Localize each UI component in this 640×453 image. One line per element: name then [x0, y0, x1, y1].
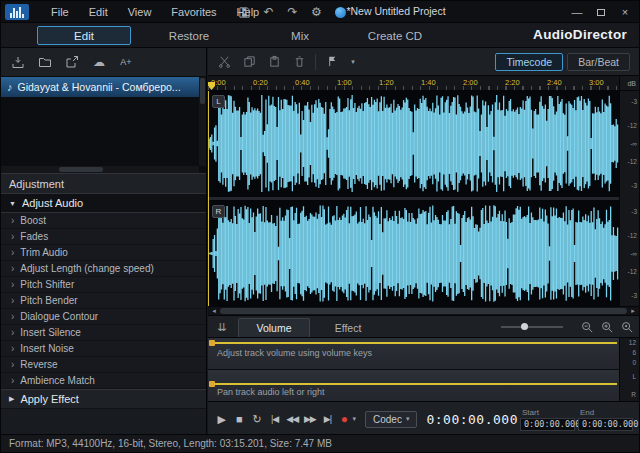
- menu-edit[interactable]: Edit: [79, 3, 118, 21]
- sidebar-item-ambience-match[interactable]: ›Ambience Match: [1, 373, 206, 389]
- cloud-icon[interactable]: ☁: [91, 54, 107, 70]
- sidebar-item-insert-noise[interactable]: ›Insert Noise: [1, 341, 206, 357]
- library-sort-icon[interactable]: A+: [118, 54, 134, 70]
- tab-effect[interactable]: Effect: [312, 318, 384, 337]
- volume-key-line[interactable]: [214, 342, 617, 344]
- adjust-audio-group[interactable]: ▼ Adjust Audio: [1, 193, 206, 213]
- chevron-icon: ›: [11, 215, 14, 226]
- zoom-in-icon[interactable]: [599, 319, 615, 335]
- sidebar-item-trim-audio[interactable]: ›Trim Audio: [1, 245, 206, 261]
- tab-restore[interactable]: Restore: [147, 26, 231, 45]
- export-icon[interactable]: [64, 54, 80, 70]
- sidebar-item-boost[interactable]: ›Boost: [1, 213, 206, 229]
- sidebar-item-fades[interactable]: ›Fades: [1, 229, 206, 245]
- barbeat-button[interactable]: Bar/Beat: [567, 53, 630, 71]
- playhead-marker-icon[interactable]: [208, 82, 215, 90]
- sidebar-item-insert-silence[interactable]: ›Insert Silence: [1, 325, 206, 341]
- media-item-label: Gidayyat & Hovannii - Сомбреро...: [18, 81, 181, 93]
- horizontal-scrollbar[interactable]: ◂ ▸: [208, 306, 639, 316]
- loop-button[interactable]: ↻: [249, 410, 265, 429]
- import-folder-icon[interactable]: [37, 54, 53, 70]
- scroll-right-icon[interactable]: ▸: [627, 307, 639, 315]
- playhead-line[interactable]: [208, 91, 209, 306]
- volume-scale-label: 6: [622, 350, 636, 356]
- waveform-channel-right[interactable]: R: [208, 201, 619, 306]
- end-time-field[interactable]: 0:00:00.000: [578, 418, 633, 431]
- menu-view[interactable]: View: [118, 3, 162, 21]
- app-logo-icon: [5, 4, 29, 20]
- adjustment-items: ›Boost ›Fades ›Trim Audio ›Adjust Length…: [1, 213, 206, 389]
- tab-edit[interactable]: Edit: [37, 26, 131, 45]
- waveform-channel-left[interactable]: L: [208, 91, 619, 196]
- db-scale-label: -∞: [621, 251, 637, 257]
- media-library-list[interactable]: ♪ Gidayyat & Hovannii - Сомбреро...: [1, 77, 206, 173]
- zoom-slider-handle[interactable]: [521, 323, 528, 330]
- item-label: Reverse: [20, 359, 57, 370]
- start-time-field[interactable]: 0:00:00.000: [520, 418, 575, 431]
- tab-volume[interactable]: Volume: [238, 318, 310, 337]
- scrollbar-thumb[interactable]: [220, 308, 627, 314]
- copy-icon[interactable]: [240, 53, 258, 71]
- library-vertical-scrollbar[interactable]: [199, 77, 206, 166]
- settings-gear-icon[interactable]: ⚙: [309, 5, 324, 20]
- sidebar-item-adjust-length[interactable]: ›Adjust Length (change speed): [1, 261, 206, 277]
- chevron-icon: ›: [11, 359, 14, 370]
- pan-key-node[interactable]: [209, 381, 215, 387]
- item-label: Pitch Shifter: [20, 279, 74, 290]
- start-label: Start: [520, 408, 575, 417]
- volume-automation-lane[interactable]: Adjust track volume using volume keys: [208, 338, 619, 369]
- redo-icon[interactable]: ↷: [285, 5, 300, 20]
- marker-icon[interactable]: [323, 53, 341, 71]
- ruler-tick: 3:00: [589, 78, 604, 87]
- go-to-end-button[interactable]: ▶|: [320, 410, 336, 429]
- scroll-left-icon[interactable]: ◂: [208, 307, 220, 315]
- stop-button[interactable]: ■: [232, 410, 248, 429]
- paste-icon[interactable]: [265, 53, 283, 71]
- rewind-button[interactable]: ◀◀: [284, 410, 300, 429]
- pan-automation-lane[interactable]: Pan track audio left or right: [208, 370, 619, 401]
- automation-lanes: Adjust track volume using volume keys Pa…: [208, 338, 619, 401]
- zoom-fit-icon[interactable]: [619, 319, 635, 335]
- razor-icon[interactable]: [215, 53, 233, 71]
- zoom-slider[interactable]: [501, 326, 563, 328]
- record-button[interactable]: ●: [337, 410, 350, 429]
- adjust-audio-label: Adjust Audio: [22, 197, 83, 209]
- delete-icon[interactable]: [290, 53, 308, 71]
- apply-effect-group[interactable]: ▶ Apply Effect: [1, 389, 206, 409]
- sidebar-item-dialogue-contour[interactable]: ›Dialogue Contour: [1, 309, 206, 325]
- menu-favorites[interactable]: Favorites: [161, 3, 226, 21]
- save-icon[interactable]: [237, 5, 252, 20]
- zoom-out-icon[interactable]: [579, 319, 595, 335]
- list-item[interactable]: ♪ Gidayyat & Hovannii - Сомбреро...: [1, 77, 199, 97]
- sidebar-item-reverse[interactable]: ›Reverse: [1, 357, 206, 373]
- ruler-tick: 2:00: [463, 78, 478, 87]
- collapse-panel-icon[interactable]: ⇊: [214, 319, 230, 335]
- fast-forward-button[interactable]: ▶▶: [302, 410, 318, 429]
- tab-create-cd[interactable]: Create CD: [349, 26, 441, 45]
- go-to-start-button[interactable]: |◀: [267, 410, 283, 429]
- timeline-ruler[interactable]: 0:00 0:20 0:40 1:00 1:20 1:40 2:00 2:20 …: [208, 76, 619, 91]
- play-button[interactable]: ▶: [214, 410, 230, 429]
- timecode-button[interactable]: Timecode: [495, 53, 563, 71]
- tab-mix[interactable]: Mix: [269, 26, 331, 45]
- library-horizontal-scrollbar[interactable]: [1, 166, 199, 173]
- waveform-area[interactable]: L R: [208, 91, 619, 306]
- record-dropdown-icon[interactable]: ▾: [352, 415, 359, 423]
- maximize-button[interactable]: [589, 1, 613, 23]
- sidebar-item-pitch-bender[interactable]: ›Pitch Bender: [1, 293, 206, 309]
- format-info: Format: MP3, 44100Hz, 16-bit, Stereo, Le…: [9, 438, 332, 449]
- volume-key-node[interactable]: [209, 340, 215, 346]
- item-label: Insert Noise: [20, 343, 73, 354]
- pan-key-line[interactable]: [214, 383, 617, 385]
- close-button[interactable]: ×: [613, 1, 637, 23]
- chevron-icon: ›: [11, 343, 14, 354]
- chevron-icon: ›: [11, 295, 14, 306]
- import-media-icon[interactable]: [10, 54, 26, 70]
- menu-file[interactable]: File: [41, 3, 79, 21]
- db-unit-label: dB: [619, 76, 639, 91]
- sidebar-item-pitch-shifter[interactable]: ›Pitch Shifter: [1, 277, 206, 293]
- codec-button[interactable]: Codec ▾: [365, 411, 417, 428]
- marker-dropdown-icon[interactable]: ▾: [348, 53, 358, 71]
- minimize-button[interactable]: —: [565, 1, 589, 23]
- undo-icon[interactable]: ↶: [261, 5, 276, 20]
